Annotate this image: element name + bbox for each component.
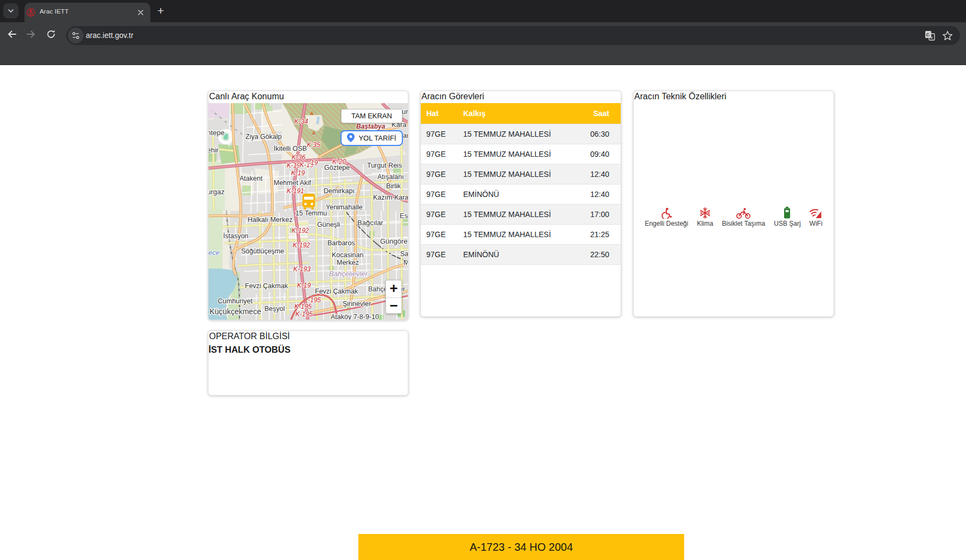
svg-text:Bahçelievler: Bahçelievler [329,270,368,278]
svg-text:K-19: K-19 [297,282,311,289]
svg-text:K-192: K-192 [293,241,310,249]
svg-text:Mehmet Akif: Mehmet Akif [274,179,311,187]
svg-text:Atışalanı: Atışalanı [377,173,404,181]
svg-text:Barbaros: Barbaros [327,239,355,247]
svg-text:Söğütlüçeşme: Söğütlüçeşme [241,247,284,255]
svg-text:Kazım Karab: Kazım Karab [373,194,408,201]
svg-text:Ataköy 7-8-9-10: Ataköy 7-8-9-10 [331,313,379,320]
svg-text:Ziya Gökalp: Ziya Gökalp [245,133,282,141]
svg-text:Cumhuriyet: Cumhuriyet [218,297,252,305]
svg-text:G: G [926,31,930,37]
svg-text:Küçükçekmece: Küçükçekmece [210,307,261,316]
svg-text:Yenimahalle: Yenimahalle [326,203,363,211]
svg-text:Atakent: Atakent [239,175,263,182]
svg-text:Kocasinan: Kocasinan [332,251,363,259]
svg-text:K:35: K:35 [307,141,320,149]
svg-text:Fevzi Çakmak: Fevzi Çakmak [315,288,358,295]
svg-text:İkitelli OSB: İkitelli OSB [274,145,307,152]
svg-text:K-34: K-34 [294,118,308,125]
svg-text:Halkalı Merkez: Halkalı Merkez [248,216,293,224]
svg-text:K-20: K-20 [332,158,346,166]
svg-text:Şirinevler: Şirinevler [343,300,371,308]
svg-text:K-193: K-193 [293,265,311,273]
svg-text:K-36: K-36 [292,154,306,161]
svg-text:15 Temmu: 15 Temmu [295,209,327,217]
svg-text:Merkez: Merkez [337,259,359,266]
svg-text:ehir: ehir [209,146,219,154]
svg-text:Birlik: Birlik [386,182,401,190]
svg-text:ece: ece [209,249,219,257]
svg-text:-195: -195 [308,296,321,304]
svg-text:K-19: K-19 [287,162,301,169]
svg-text:Sar: Sar [400,250,408,258]
svg-text:K-195: K-195 [295,310,313,318]
svg-text:Bağcılar: Bağcılar [357,219,383,227]
svg-text:urgaz: urgaz [209,188,225,196]
svg-text:Baştabya: Baştabya [356,123,386,130]
svg-text:K-192: K-192 [292,227,309,234]
svg-text:Güneşli: Güneşli [317,221,340,228]
svg-text:uri: uri [402,107,408,116]
svg-text:x: x [931,35,933,40]
svg-text:arb: arb [403,132,408,139]
svg-text:K-19: K-19 [291,169,305,177]
svg-text:Fevzi Çakmak: Fevzi Çakmak [245,282,288,290]
svg-text:Güngöre: Güngöre [380,237,408,245]
svg-text:-19: -19 [308,159,318,167]
svg-text:K-191: K-191 [287,187,304,195]
svg-text:İstasyon: İstasyon [223,232,249,240]
svg-text:Demirkapı: Demirkapı [324,187,355,195]
svg-text:ntepe: ntepe [209,129,225,137]
svg-text:Ese: Ese [400,212,408,220]
svg-text:Beşyol: Beşyol [264,305,285,313]
svg-text:K-195: K-195 [294,303,312,310]
svg-text:Turgut Reis: Turgut Reis [367,162,402,169]
svg-text:M: M [403,259,408,266]
